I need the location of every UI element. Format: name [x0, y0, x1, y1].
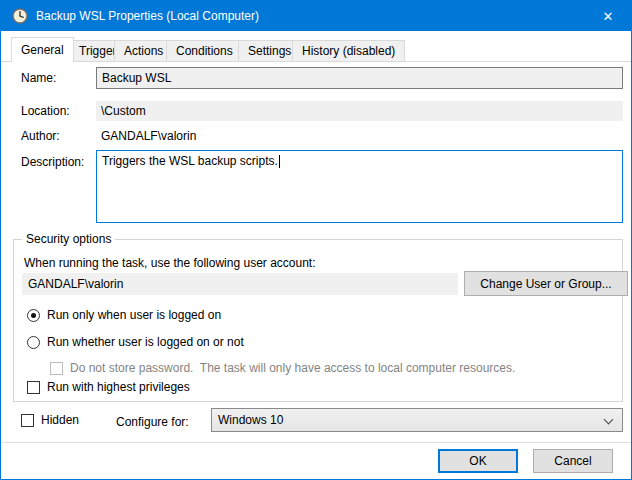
security-options-title: Security options: [22, 232, 115, 246]
tab-conditions[interactable]: Conditions: [166, 40, 243, 61]
configure-for-value: Windows 10: [218, 413, 283, 427]
cancel-button[interactable]: Cancel: [533, 449, 613, 473]
task-properties-dialog: Backup WSL Properties (Local Computer) ✕…: [0, 0, 632, 480]
do-not-store-password-label: Do not store password. The task will onl…: [70, 361, 515, 375]
radio-run-whether-label: Run whether user is logged on or not: [47, 335, 244, 349]
checkbox-disabled-icon: [50, 362, 63, 375]
footer-divider: [1, 442, 632, 443]
window-title: Backup WSL Properties (Local Computer): [36, 9, 259, 23]
checkbox-unchecked-icon: [27, 381, 40, 394]
location-label: Location:: [21, 104, 70, 118]
configure-for-label: Configure for:: [116, 415, 189, 429]
location-value: \Custom: [96, 101, 623, 121]
checkbox-unchecked-icon: [21, 414, 34, 427]
change-user-button[interactable]: Change User or Group...: [464, 271, 628, 296]
hidden-label: Hidden: [41, 413, 79, 427]
name-label: Name:: [21, 71, 56, 85]
tab-strip: General Triggers Actions Conditions Sett…: [1, 37, 632, 62]
ok-button[interactable]: OK: [438, 449, 518, 473]
tab-history[interactable]: History (disabled): [292, 40, 405, 61]
security-options-group: Security options When running the task, …: [13, 239, 623, 402]
description-label: Description:: [21, 155, 84, 169]
radio-checked-icon: [27, 309, 40, 322]
titlebar[interactable]: Backup WSL Properties (Local Computer) ✕: [1, 1, 631, 31]
name-field[interactable]: Backup WSL: [96, 67, 623, 89]
radio-unchecked-icon: [27, 336, 40, 349]
checkbox-highest-privileges[interactable]: Run with highest privileges: [27, 380, 190, 394]
author-value: GANDALF\valorin: [101, 129, 196, 143]
description-field[interactable]: Triggers the WSL backup scripts.: [96, 150, 623, 223]
tab-actions[interactable]: Actions: [114, 40, 173, 61]
description-text: Triggers the WSL backup scripts.: [102, 154, 278, 168]
tab-general[interactable]: General: [11, 37, 74, 62]
chevron-down-icon: [604, 415, 614, 425]
author-label: Author:: [21, 129, 60, 143]
account-prompt: When running the task, use the following…: [24, 256, 316, 270]
task-scheduler-clock-icon: [12, 8, 28, 24]
close-icon[interactable]: ✕: [585, 1, 631, 31]
highest-privileges-label: Run with highest privileges: [47, 380, 190, 394]
radio-run-only-logged-on[interactable]: Run only when user is logged on: [27, 308, 221, 322]
text-caret: [279, 155, 280, 168]
radio-run-only-label: Run only when user is logged on: [47, 308, 221, 322]
checkbox-do-not-store-password: Do not store password. The task will onl…: [50, 361, 515, 375]
checkbox-hidden[interactable]: Hidden: [21, 413, 79, 427]
user-account-field: GANDALF\valorin: [22, 273, 458, 295]
configure-for-dropdown[interactable]: Windows 10: [211, 408, 623, 432]
radio-run-whether-logged-on[interactable]: Run whether user is logged on or not: [27, 335, 244, 349]
